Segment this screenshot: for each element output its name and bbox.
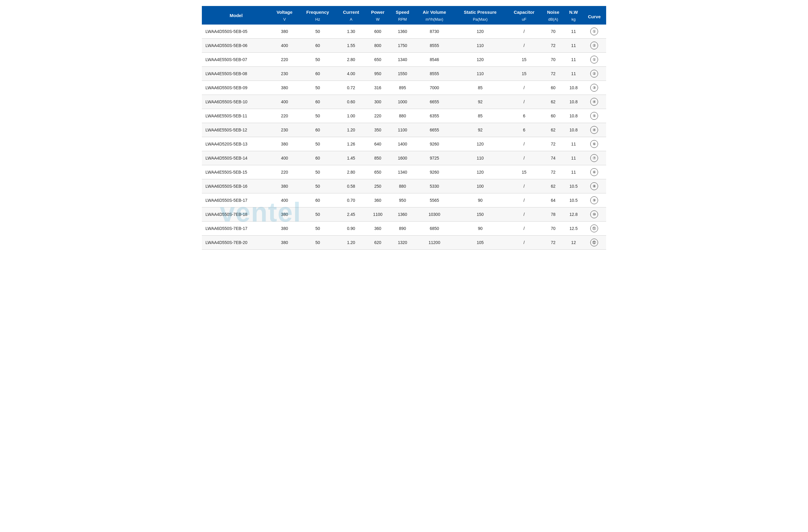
cell-power: 316 — [365, 81, 390, 95]
curve-circle: ⑨ — [590, 196, 598, 204]
cell-air_volume: 8555 — [415, 67, 454, 81]
header-label-5: Speed — [390, 6, 415, 16]
cell-power: 350 — [365, 123, 390, 137]
cell-voltage: 380 — [271, 24, 298, 39]
table-row: LWAA4D550S-5EB-05380501.3060013608730120… — [202, 24, 606, 39]
cell-nw: 10.8 — [565, 95, 583, 109]
cell-capacitor: / — [507, 222, 542, 235]
header-label-8: Capacitor — [507, 6, 542, 16]
cell-current: 1.26 — [337, 137, 365, 151]
cell-model: LWAA6D550S-7EB-17 — [202, 222, 271, 235]
cell-power: 1100 — [365, 207, 390, 222]
curve-circle: ① — [590, 56, 598, 63]
cell-curve: ④ — [583, 123, 606, 137]
cell-frequency: 60 — [298, 123, 337, 137]
cell-capacitor: / — [507, 81, 542, 95]
cell-noise: 64 — [542, 193, 565, 207]
cell-static_pressure: 110 — [454, 39, 507, 53]
table-row: LWAA4D550S-7EB-18380502.4511001360103001… — [202, 207, 606, 222]
header-label-9: Noise — [542, 6, 565, 16]
curve-circle: ⑦ — [590, 154, 598, 162]
header-label-2: Frequency — [298, 6, 337, 16]
cell-capacitor: 6 — [507, 109, 542, 123]
cell-voltage: 380 — [271, 235, 298, 250]
cell-noise: 62 — [542, 123, 565, 137]
cell-current: 1.30 — [337, 24, 365, 39]
cell-power: 600 — [365, 24, 390, 39]
header-unit-5: RPM — [390, 16, 415, 24]
header-label-3: Current — [337, 6, 365, 16]
curve-circle: ④ — [590, 126, 598, 134]
cell-noise: 60 — [542, 81, 565, 95]
cell-noise: 70 — [542, 53, 565, 67]
cell-capacitor: / — [507, 151, 542, 165]
cell-noise: 74 — [542, 151, 565, 165]
cell-noise: 72 — [542, 165, 565, 179]
cell-voltage: 400 — [271, 151, 298, 165]
cell-noise: 70 — [542, 24, 565, 39]
header-unit-4: W — [365, 16, 390, 24]
header-unit-10: kg — [565, 16, 583, 24]
header-unit-7: Pa(Max) — [454, 16, 507, 24]
cell-air_volume: 8546 — [415, 53, 454, 67]
cell-frequency: 50 — [298, 222, 337, 235]
cell-capacitor: / — [507, 137, 542, 151]
header-unit-9: dB(A) — [542, 16, 565, 24]
cell-model: LWAA6E550S-5EB-11 — [202, 109, 271, 123]
cell-current: 1.20 — [337, 235, 365, 250]
header-unit-1: V — [271, 16, 298, 24]
cell-current: 1.45 — [337, 151, 365, 165]
cell-static_pressure: 120 — [454, 137, 507, 151]
cell-nw: 10.8 — [565, 81, 583, 95]
cell-static_pressure: 90 — [454, 222, 507, 235]
table-header-labels: ModelVoltageFrequencyCurrentPowerSpeedAi… — [202, 6, 606, 16]
cell-model: LWAA6D550S-5EB-17 — [202, 193, 271, 207]
curve-circle: ⑥ — [590, 140, 598, 148]
cell-air_volume: 6355 — [415, 109, 454, 123]
cell-curve: ⑩ — [583, 207, 606, 222]
cell-current: 1.20 — [337, 123, 365, 137]
cell-air_volume: 8555 — [415, 39, 454, 53]
cell-air_volume: 10300 — [415, 207, 454, 222]
cell-speed: 1550 — [390, 67, 415, 81]
cell-noise: 78 — [542, 207, 565, 222]
cell-frequency: 50 — [298, 81, 337, 95]
cell-current: 2.80 — [337, 165, 365, 179]
cell-voltage: 230 — [271, 67, 298, 81]
table-row: LWAA6D550S-5EB-09380500.72316895700085/6… — [202, 81, 606, 95]
cell-model: LWAA6D550S-5EB-10 — [202, 95, 271, 109]
cell-capacitor: / — [507, 24, 542, 39]
cell-air_volume: 5330 — [415, 179, 454, 193]
cell-air_volume: 6655 — [415, 123, 454, 137]
cell-curve: ③ — [583, 81, 606, 95]
cell-speed: 1360 — [390, 207, 415, 222]
cell-power: 850 — [365, 151, 390, 165]
cell-curve: ⑧ — [583, 179, 606, 193]
cell-speed: 890 — [390, 222, 415, 235]
table-row: LWAA4E550S-5EB-15220502.8065013409260120… — [202, 165, 606, 179]
table-row: LWAA4D520S-5EB-13380501.2664014009260120… — [202, 137, 606, 151]
cell-static_pressure: 92 — [454, 95, 507, 109]
header-label-11: Curve — [583, 6, 606, 24]
cell-air_volume: 8730 — [415, 24, 454, 39]
cell-power: 620 — [365, 235, 390, 250]
header-label-1: Voltage — [271, 6, 298, 16]
table-body: LWAA4D550S-5EB-05380501.3060013608730120… — [202, 24, 606, 250]
cell-voltage: 400 — [271, 193, 298, 207]
cell-curve: ⑪ — [583, 222, 606, 235]
cell-static_pressure: 120 — [454, 24, 507, 39]
cell-model: LWAA6E550S-5EB-12 — [202, 123, 271, 137]
curve-circle: ⑤ — [590, 112, 598, 120]
cell-capacitor: / — [507, 39, 542, 53]
cell-model: LWAA6D550S-5EB-09 — [202, 81, 271, 95]
cell-capacitor: 15 — [507, 53, 542, 67]
cell-nw: 11 — [565, 67, 583, 81]
cell-air_volume: 9260 — [415, 137, 454, 151]
curve-circle: ② — [590, 42, 598, 50]
cell-speed: 895 — [390, 81, 415, 95]
cell-static_pressure: 105 — [454, 235, 507, 250]
cell-model: LWAA6D550S-5EB-16 — [202, 179, 271, 193]
cell-frequency: 60 — [298, 67, 337, 81]
data-table: ModelVoltageFrequencyCurrentPowerSpeedAi… — [202, 6, 606, 250]
cell-static_pressure: 150 — [454, 207, 507, 222]
